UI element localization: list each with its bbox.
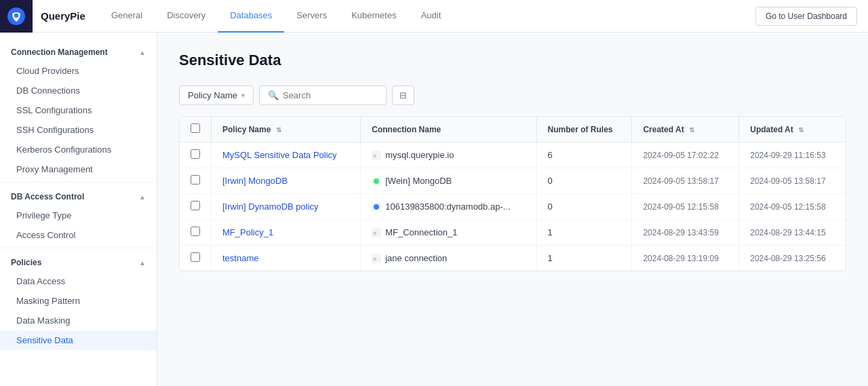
cell-connection-name: ≡ mysql.querypie.io <box>361 142 536 168</box>
svg-point-1 <box>14 14 18 18</box>
search-icon: 🔍 <box>268 90 279 100</box>
nav-right: Go to User Dashboard <box>755 7 868 26</box>
cell-connection-name: ≡ jane connection <box>361 246 536 271</box>
sidebar-section-db-access-control[interactable]: DB Access Control ▲ <box>0 185 157 206</box>
svg-text:≡: ≡ <box>373 153 376 159</box>
svg-point-7 <box>374 204 379 210</box>
chevron-up-icon: ▲ <box>139 49 146 56</box>
row-checkbox[interactable] <box>191 175 200 185</box>
svg-text:≡: ≡ <box>373 230 376 237</box>
cell-updated-at: 2024-09-05 12:15:58 <box>739 194 846 220</box>
logo[interactable] <box>0 0 33 33</box>
row-checkbox-cell[interactable] <box>180 246 212 271</box>
sensitive-data-table: Policy Name ⇅ Connection Name Number of … <box>179 116 846 271</box>
row-checkbox[interactable] <box>191 227 200 236</box>
tab-general[interactable]: General <box>99 0 155 33</box>
column-header-number-of-rules: Number of Rules <box>536 117 632 142</box>
column-header-updated-at[interactable]: Updated At ⇅ <box>739 117 846 142</box>
sidebar-divider-1 <box>0 182 157 182</box>
cell-number-of-rules: 6 <box>536 142 632 168</box>
select-all-checkbox[interactable] <box>191 123 200 133</box>
cell-policy-name[interactable]: [Irwin] DynamoDB policy <box>212 194 361 220</box>
sidebar-item-db-connections[interactable]: DB Connections <box>0 81 157 100</box>
cell-policy-name[interactable]: testname <box>212 246 361 271</box>
sidebar-item-sensitive-data[interactable]: Sensitive Data <box>0 330 157 350</box>
filters-bar: Policy Name ▾ 🔍 ⊟ <box>179 85 846 105</box>
nav-tabs: General Discovery Databases Servers Kube… <box>99 0 453 33</box>
row-checkbox-cell[interactable] <box>180 220 212 246</box>
sidebar-item-cloud-providers[interactable]: Cloud Providers <box>0 61 157 81</box>
cell-policy-name[interactable]: MySQL Sensitive Data Policy <box>212 142 361 168</box>
cell-policy-name[interactable]: [Irwin] MongoDB <box>212 168 361 194</box>
row-checkbox[interactable] <box>191 149 200 159</box>
policy-name-filter-label: Policy Name <box>188 90 237 100</box>
cell-number-of-rules: 1 <box>536 220 632 246</box>
main-layout: Connection Management ▲ Cloud Providers … <box>0 33 868 386</box>
cell-created-at: 2024-08-29 13:43:59 <box>632 220 739 246</box>
row-checkbox[interactable] <box>191 252 200 262</box>
column-header-connection-name: Connection Name <box>361 117 536 142</box>
sidebar-item-data-access[interactable]: Data Access <box>0 271 157 291</box>
cell-connection-name: 106139835800:dynamodb.ap-... <box>361 194 536 220</box>
cell-number-of-rules: 1 <box>536 246 632 271</box>
column-header-policy-name[interactable]: Policy Name ⇅ <box>212 117 361 142</box>
cell-connection-name: [Wein] MongoDB <box>361 168 536 194</box>
table-row: testname ≡ jane connection 1 2024-08-29 … <box>180 246 846 271</box>
sidebar-item-data-masking[interactable]: Data Masking <box>0 311 157 330</box>
sidebar-section-policies-label: Policies <box>11 258 41 267</box>
search-input[interactable] <box>283 90 378 100</box>
sidebar-section-db-access-control-label: DB Access Control <box>11 192 84 201</box>
svg-point-5 <box>374 178 379 184</box>
row-checkbox-cell[interactable] <box>180 142 212 168</box>
sidebar-divider-2 <box>0 248 157 248</box>
chevron-up-icon-3: ▲ <box>139 259 146 267</box>
sidebar-item-ssl-configurations[interactable]: SSL Configurations <box>0 100 157 120</box>
sidebar-item-kerberos-configurations[interactable]: Kerberos Configurations <box>0 140 157 159</box>
sort-icon-updated-at: ⇅ <box>798 126 804 134</box>
filter-funnel-icon: ⊟ <box>399 90 407 100</box>
row-checkbox[interactable] <box>191 201 200 210</box>
tab-servers[interactable]: Servers <box>284 0 339 33</box>
cell-number-of-rules: 0 <box>536 168 632 194</box>
tab-kubernetes[interactable]: Kubernetes <box>339 0 409 33</box>
sidebar-item-ssh-configurations[interactable]: SSH Configurations <box>0 120 157 140</box>
sort-icon-policy-name: ⇅ <box>276 126 281 134</box>
table-row: [Irwin] MongoDB [Wein] MongoDB 0 2024-09… <box>180 168 846 194</box>
sidebar-item-proxy-management[interactable]: Proxy Management <box>0 159 157 179</box>
policy-name-filter-dropdown[interactable]: Policy Name ▾ <box>179 85 254 105</box>
filter-icon-button[interactable]: ⊟ <box>392 85 414 105</box>
top-navigation: QueryPie General Discovery Databases Ser… <box>0 0 868 33</box>
search-box: 🔍 <box>259 85 387 105</box>
sidebar-section-connection-management-label: Connection Management <box>11 47 108 57</box>
column-header-created-at[interactable]: Created At ⇅ <box>632 117 739 142</box>
tab-audit[interactable]: Audit <box>409 0 454 33</box>
table-row: MySQL Sensitive Data Policy ≡ mysql.quer… <box>180 142 846 168</box>
app-name: QueryPie <box>33 10 99 22</box>
select-all-header[interactable] <box>180 117 212 142</box>
chevron-up-icon-2: ▲ <box>139 193 146 201</box>
cell-updated-at: 2024-09-05 13:58:17 <box>739 168 846 194</box>
dropdown-arrow-icon: ▾ <box>241 92 245 99</box>
sidebar-item-masking-pattern[interactable]: Masking Pattern <box>0 291 157 311</box>
sidebar-section-policies[interactable]: Policies ▲ <box>0 251 157 271</box>
cell-created-at: 2024-09-05 17:02:22 <box>632 142 739 168</box>
goto-user-dashboard-button[interactable]: Go to User Dashboard <box>755 7 857 26</box>
cell-policy-name[interactable]: MF_Policy_1 <box>212 220 361 246</box>
cell-updated-at: 2024-08-29 13:25:56 <box>739 246 846 271</box>
row-checkbox-cell[interactable] <box>180 194 212 220</box>
svg-text:≡: ≡ <box>373 256 376 263</box>
tab-discovery[interactable]: Discovery <box>155 0 218 33</box>
tab-databases[interactable]: Databases <box>218 0 284 33</box>
table-row: [Irwin] DynamoDB policy 106139835800:dyn… <box>180 194 846 220</box>
row-checkbox-cell[interactable] <box>180 168 212 194</box>
table-row: MF_Policy_1 ≡ MF_Connection_1 1 2024-08-… <box>180 220 846 246</box>
sidebar-section-connection-management[interactable]: Connection Management ▲ <box>0 41 157 61</box>
cell-created-at: 2024-08-29 13:19:09 <box>632 246 739 271</box>
table-header-row: Policy Name ⇅ Connection Name Number of … <box>180 117 846 142</box>
sidebar-item-access-control[interactable]: Access Control <box>0 225 157 245</box>
cell-updated-at: 2024-08-29 13:44:15 <box>739 220 846 246</box>
cell-created-at: 2024-09-05 12:15:58 <box>632 194 739 220</box>
cell-updated-at: 2024-09-29 11:16:53 <box>739 142 846 168</box>
sidebar-item-privilege-type[interactable]: Privilege Type <box>0 206 157 225</box>
cell-created-at: 2024-09-05 13:58:17 <box>632 168 739 194</box>
